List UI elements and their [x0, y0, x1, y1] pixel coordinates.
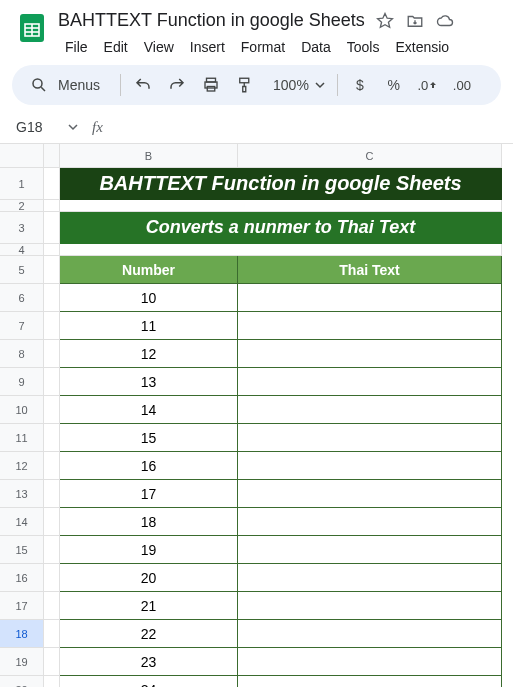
- menu-file[interactable]: File: [58, 35, 95, 59]
- zoom-dropdown[interactable]: 100%: [263, 77, 331, 93]
- title-cell[interactable]: BAHTTEXT Function in google Sheets: [60, 168, 502, 200]
- number-cell[interactable]: 21: [60, 592, 238, 620]
- thai-cell[interactable]: [238, 592, 502, 620]
- col-header-b[interactable]: B: [60, 144, 238, 168]
- formula-input[interactable]: [113, 119, 501, 135]
- row-header[interactable]: 13: [0, 480, 44, 508]
- cell[interactable]: [44, 368, 60, 396]
- thai-cell[interactable]: [238, 620, 502, 648]
- cell[interactable]: [44, 508, 60, 536]
- thai-cell[interactable]: [238, 648, 502, 676]
- number-cell[interactable]: 17: [60, 480, 238, 508]
- number-cell[interactable]: 20: [60, 564, 238, 592]
- cell[interactable]: [44, 648, 60, 676]
- cell[interactable]: [44, 212, 60, 244]
- redo-button[interactable]: [161, 69, 193, 101]
- number-cell[interactable]: 10: [60, 284, 238, 312]
- header-number[interactable]: Number: [60, 256, 238, 284]
- increase-decimal-button[interactable]: .00: [446, 69, 478, 101]
- thai-cell[interactable]: [238, 424, 502, 452]
- number-cell[interactable]: 11: [60, 312, 238, 340]
- menu-edit[interactable]: Edit: [97, 35, 135, 59]
- menu-data[interactable]: Data: [294, 35, 338, 59]
- row-header[interactable]: 17: [0, 592, 44, 620]
- cell[interactable]: [44, 200, 60, 212]
- cell[interactable]: [44, 340, 60, 368]
- number-cell[interactable]: 19: [60, 536, 238, 564]
- thai-cell[interactable]: [238, 312, 502, 340]
- thai-cell[interactable]: [238, 368, 502, 396]
- row-header[interactable]: 14: [0, 508, 44, 536]
- col-header-c[interactable]: C: [238, 144, 502, 168]
- thai-cell[interactable]: [238, 536, 502, 564]
- select-all-corner[interactable]: [0, 144, 44, 168]
- cell[interactable]: [44, 620, 60, 648]
- number-cell[interactable]: 12: [60, 340, 238, 368]
- thai-cell[interactable]: [238, 340, 502, 368]
- menu-tools[interactable]: Tools: [340, 35, 387, 59]
- row-header[interactable]: 2: [0, 200, 44, 212]
- number-cell[interactable]: 15: [60, 424, 238, 452]
- cell[interactable]: [44, 256, 60, 284]
- menu-extensions[interactable]: Extensio: [388, 35, 456, 59]
- row-header[interactable]: 19: [0, 648, 44, 676]
- sheets-logo[interactable]: [12, 8, 52, 48]
- thai-cell[interactable]: [238, 284, 502, 312]
- cell[interactable]: [44, 424, 60, 452]
- currency-button[interactable]: $: [344, 69, 376, 101]
- number-cell[interactable]: 18: [60, 508, 238, 536]
- row-header[interactable]: 18: [0, 620, 44, 648]
- row-header[interactable]: 6: [0, 284, 44, 312]
- cell[interactable]: [44, 168, 60, 200]
- row-header[interactable]: 3: [0, 212, 44, 244]
- row-header[interactable]: 5: [0, 256, 44, 284]
- row-header[interactable]: 1: [0, 168, 44, 200]
- col-header-a[interactable]: [44, 144, 60, 168]
- number-cell[interactable]: 22: [60, 620, 238, 648]
- row-header[interactable]: 11: [0, 424, 44, 452]
- cell[interactable]: [60, 244, 502, 256]
- row-header[interactable]: 7: [0, 312, 44, 340]
- cell[interactable]: [44, 396, 60, 424]
- undo-button[interactable]: [127, 69, 159, 101]
- number-cell[interactable]: 23: [60, 648, 238, 676]
- row-header[interactable]: 4: [0, 244, 44, 256]
- decrease-decimal-button[interactable]: .0: [412, 69, 444, 101]
- menu-view[interactable]: View: [137, 35, 181, 59]
- cell[interactable]: [44, 244, 60, 256]
- cloud-icon[interactable]: [435, 11, 455, 31]
- thai-cell[interactable]: [238, 396, 502, 424]
- thai-cell[interactable]: [238, 508, 502, 536]
- cell[interactable]: [44, 284, 60, 312]
- paint-format-button[interactable]: [229, 69, 261, 101]
- number-cell[interactable]: 16: [60, 452, 238, 480]
- subtitle-cell[interactable]: Converts a nunmer to Thai Text: [60, 212, 502, 244]
- header-thai[interactable]: Thai Text: [238, 256, 502, 284]
- row-header[interactable]: 10: [0, 396, 44, 424]
- print-button[interactable]: [195, 69, 227, 101]
- cell[interactable]: [44, 536, 60, 564]
- cell[interactable]: [44, 676, 60, 687]
- doc-title[interactable]: BAHTTEXT Function in google Sheets: [58, 10, 365, 31]
- thai-cell[interactable]: [238, 480, 502, 508]
- star-icon[interactable]: [375, 11, 395, 31]
- percent-button[interactable]: %: [378, 69, 410, 101]
- cell[interactable]: [60, 200, 502, 212]
- row-header[interactable]: 20: [0, 676, 44, 687]
- row-header[interactable]: 9: [0, 368, 44, 396]
- cell[interactable]: [44, 564, 60, 592]
- row-header[interactable]: 8: [0, 340, 44, 368]
- number-cell[interactable]: 14: [60, 396, 238, 424]
- row-header[interactable]: 16: [0, 564, 44, 592]
- row-header[interactable]: 15: [0, 536, 44, 564]
- move-icon[interactable]: [405, 11, 425, 31]
- search-menus[interactable]: Menus: [20, 72, 114, 98]
- cell[interactable]: [44, 452, 60, 480]
- cell[interactable]: [44, 592, 60, 620]
- number-cell[interactable]: 13: [60, 368, 238, 396]
- cell[interactable]: [44, 312, 60, 340]
- name-box[interactable]: G18: [12, 117, 82, 137]
- number-cell[interactable]: 24: [60, 676, 238, 687]
- cell[interactable]: [44, 480, 60, 508]
- thai-cell[interactable]: [238, 676, 502, 687]
